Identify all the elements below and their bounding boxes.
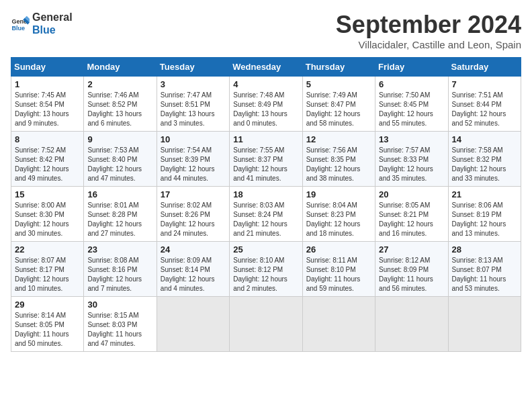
day-info: Sunrise: 7:49 AM Sunset: 8:47 PM Dayligh…: [306, 91, 371, 128]
day-number: 20: [379, 189, 444, 199]
day-info: Sunrise: 7:48 AM Sunset: 8:49 PM Dayligh…: [233, 91, 298, 128]
calendar-cell: 4 Sunrise: 7:48 AM Sunset: 8:49 PM Dayli…: [230, 77, 302, 132]
calendar-cell: 12 Sunrise: 7:56 AM Sunset: 8:35 PM Dayl…: [302, 132, 375, 187]
calendar-cell: 18 Sunrise: 8:03 AM Sunset: 8:24 PM Dayl…: [230, 187, 302, 242]
location-subtitle: Villacidaler, Castille and Leon, Spain: [336, 39, 521, 50]
calendar-header-monday: Monday: [84, 58, 157, 77]
calendar-cell: [157, 297, 229, 352]
svg-text:Blue: Blue: [11, 25, 25, 32]
day-number: 14: [452, 134, 517, 144]
calendar-week-row: 22 Sunrise: 8:07 AM Sunset: 8:17 PM Dayl…: [11, 242, 521, 297]
day-number: 7: [452, 79, 517, 89]
day-number: 9: [87, 134, 152, 144]
calendar-cell: 7 Sunrise: 7:51 AM Sunset: 8:44 PM Dayli…: [448, 77, 521, 132]
day-info: Sunrise: 7:51 AM Sunset: 8:44 PM Dayligh…: [452, 91, 517, 128]
calendar-table: SundayMondayTuesdayWednesdayThursdayFrid…: [11, 57, 521, 352]
calendar-cell: 19 Sunrise: 8:04 AM Sunset: 8:23 PM Dayl…: [302, 187, 375, 242]
day-info: Sunrise: 7:56 AM Sunset: 8:35 PM Dayligh…: [306, 146, 371, 183]
day-number: 12: [306, 134, 371, 144]
day-info: Sunrise: 8:14 AM Sunset: 8:05 PM Dayligh…: [15, 311, 80, 349]
calendar-header-row: SundayMondayTuesdayWednesdayThursdayFrid…: [11, 58, 521, 77]
calendar-header-tuesday: Tuesday: [157, 58, 229, 77]
calendar-cell: 28 Sunrise: 8:13 AM Sunset: 8:07 PM Dayl…: [448, 242, 521, 297]
calendar-cell: 27 Sunrise: 8:12 AM Sunset: 8:09 PM Dayl…: [375, 242, 448, 297]
day-info: Sunrise: 8:07 AM Sunset: 8:17 PM Dayligh…: [15, 256, 80, 293]
day-info: Sunrise: 7:58 AM Sunset: 8:32 PM Dayligh…: [452, 146, 517, 183]
calendar-cell: 9 Sunrise: 7:53 AM Sunset: 8:40 PM Dayli…: [84, 132, 157, 187]
calendar-cell: [448, 297, 521, 352]
day-number: 1: [15, 79, 80, 89]
day-number: 23: [87, 244, 152, 255]
day-number: 25: [233, 244, 298, 255]
day-info: Sunrise: 8:00 AM Sunset: 8:30 PM Dayligh…: [15, 201, 80, 238]
day-info: Sunrise: 8:03 AM Sunset: 8:24 PM Dayligh…: [233, 201, 298, 238]
day-info: Sunrise: 8:06 AM Sunset: 8:19 PM Dayligh…: [452, 201, 517, 238]
calendar-cell: 3 Sunrise: 7:47 AM Sunset: 8:51 PM Dayli…: [157, 77, 229, 132]
calendar-cell: 2 Sunrise: 7:46 AM Sunset: 8:52 PM Dayli…: [84, 77, 157, 132]
day-number: 21: [452, 189, 517, 199]
day-info: Sunrise: 8:10 AM Sunset: 8:12 PM Dayligh…: [233, 256, 298, 293]
day-info: Sunrise: 8:04 AM Sunset: 8:23 PM Dayligh…: [306, 201, 371, 238]
calendar-cell: 16 Sunrise: 8:01 AM Sunset: 8:28 PM Dayl…: [84, 187, 157, 242]
day-number: 13: [379, 134, 444, 144]
calendar-cell: [302, 297, 375, 352]
day-number: 4: [233, 79, 298, 89]
calendar-week-row: 29 Sunrise: 8:14 AM Sunset: 8:05 PM Dayl…: [11, 297, 521, 352]
day-number: 8: [15, 134, 80, 144]
calendar-cell: 29 Sunrise: 8:14 AM Sunset: 8:05 PM Dayl…: [11, 297, 84, 352]
calendar-cell: 25 Sunrise: 8:10 AM Sunset: 8:12 PM Dayl…: [230, 242, 302, 297]
day-number: 27: [379, 244, 444, 255]
header: General Blue General Blue September 2024…: [11, 11, 521, 50]
day-info: Sunrise: 8:05 AM Sunset: 8:21 PM Dayligh…: [379, 201, 444, 238]
title-area: September 2024 Villacidaler, Castille an…: [336, 11, 521, 50]
day-number: 18: [233, 189, 298, 199]
day-info: Sunrise: 8:11 AM Sunset: 8:10 PM Dayligh…: [306, 256, 371, 293]
day-number: 16: [87, 189, 152, 199]
day-info: Sunrise: 7:50 AM Sunset: 8:45 PM Dayligh…: [379, 91, 444, 128]
day-info: Sunrise: 7:53 AM Sunset: 8:40 PM Dayligh…: [87, 146, 152, 183]
day-number: 17: [161, 189, 226, 199]
day-info: Sunrise: 7:52 AM Sunset: 8:42 PM Dayligh…: [15, 146, 80, 183]
day-info: Sunrise: 8:15 AM Sunset: 8:03 PM Dayligh…: [87, 311, 152, 349]
day-number: 28: [452, 244, 517, 255]
calendar-cell: 20 Sunrise: 8:05 AM Sunset: 8:21 PM Dayl…: [375, 187, 448, 242]
day-number: 24: [161, 244, 226, 255]
logo: General Blue General Blue: [11, 11, 73, 36]
day-number: 10: [161, 134, 226, 144]
day-number: 19: [306, 189, 371, 199]
calendar-cell: 5 Sunrise: 7:49 AM Sunset: 8:47 PM Dayli…: [302, 77, 375, 132]
day-info: Sunrise: 8:09 AM Sunset: 8:14 PM Dayligh…: [161, 256, 226, 293]
day-number: 26: [306, 244, 371, 255]
calendar-cell: 13 Sunrise: 7:57 AM Sunset: 8:33 PM Dayl…: [375, 132, 448, 187]
calendar-week-row: 15 Sunrise: 8:00 AM Sunset: 8:30 PM Dayl…: [11, 187, 521, 242]
calendar-week-row: 8 Sunrise: 7:52 AM Sunset: 8:42 PM Dayli…: [11, 132, 521, 187]
day-number: 30: [87, 300, 152, 310]
calendar-cell: 10 Sunrise: 7:54 AM Sunset: 8:39 PM Dayl…: [157, 132, 229, 187]
day-number: 22: [15, 244, 80, 255]
logo-general: General: [32, 11, 73, 24]
day-info: Sunrise: 8:13 AM Sunset: 8:07 PM Dayligh…: [452, 256, 517, 293]
day-number: 5: [306, 79, 371, 89]
day-info: Sunrise: 7:57 AM Sunset: 8:33 PM Dayligh…: [379, 146, 444, 183]
calendar-cell: 26 Sunrise: 8:11 AM Sunset: 8:10 PM Dayl…: [302, 242, 375, 297]
calendar-header-sunday: Sunday: [11, 58, 84, 77]
calendar-cell: 11 Sunrise: 7:55 AM Sunset: 8:37 PM Dayl…: [230, 132, 302, 187]
calendar-week-row: 1 Sunrise: 7:45 AM Sunset: 8:54 PM Dayli…: [11, 77, 521, 132]
logo-blue: Blue: [32, 24, 73, 36]
calendar-cell: 30 Sunrise: 8:15 AM Sunset: 8:03 PM Dayl…: [84, 297, 157, 352]
calendar-header-thursday: Thursday: [302, 58, 375, 77]
calendar-cell: [230, 297, 302, 352]
calendar-cell: 14 Sunrise: 7:58 AM Sunset: 8:32 PM Dayl…: [448, 132, 521, 187]
calendar-cell: 8 Sunrise: 7:52 AM Sunset: 8:42 PM Dayli…: [11, 132, 84, 187]
calendar-cell: 23 Sunrise: 8:08 AM Sunset: 8:16 PM Dayl…: [84, 242, 157, 297]
day-number: 11: [233, 134, 298, 144]
calendar-cell: 24 Sunrise: 8:09 AM Sunset: 8:14 PM Dayl…: [157, 242, 229, 297]
day-info: Sunrise: 8:12 AM Sunset: 8:09 PM Dayligh…: [379, 256, 444, 293]
day-info: Sunrise: 8:02 AM Sunset: 8:26 PM Dayligh…: [161, 201, 226, 238]
calendar-cell: 15 Sunrise: 8:00 AM Sunset: 8:30 PM Dayl…: [11, 187, 84, 242]
calendar-cell: 17 Sunrise: 8:02 AM Sunset: 8:26 PM Dayl…: [157, 187, 229, 242]
day-number: 2: [87, 79, 152, 89]
day-info: Sunrise: 8:08 AM Sunset: 8:16 PM Dayligh…: [87, 256, 152, 293]
day-number: 29: [15, 300, 80, 310]
day-info: Sunrise: 7:45 AM Sunset: 8:54 PM Dayligh…: [15, 91, 80, 128]
